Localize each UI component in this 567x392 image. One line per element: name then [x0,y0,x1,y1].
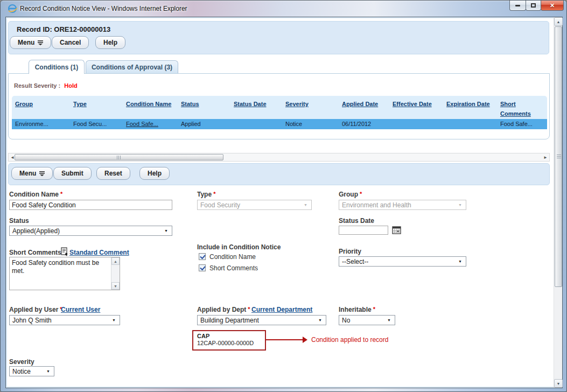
applied-by-dept-label: Applied by Dept* [197,306,250,313]
type-select: Food Security ▼ [197,200,312,210]
current-user-link[interactable]: Current User [61,306,100,313]
condition-name-checkbox[interactable] [199,253,206,260]
close-button[interactable]: ✕ [541,1,564,11]
column-header-severity[interactable]: Severity [285,101,309,107]
form-help-button[interactable]: Help [139,167,170,180]
cell-short-comments: Food Safe... [497,119,547,129]
short-comments-label: Short Comments [9,249,61,256]
condition-name-checkbox-label: Condition Name [209,253,256,261]
minimize-icon [515,5,520,6]
horizontal-scrollbar-thumb[interactable] [15,154,223,160]
window-title: Record Condition Notice View - Windows I… [20,5,187,12]
menu-caret-icon [38,40,43,45]
required-marker: * [248,306,250,312]
cap-label: CAP [197,333,265,339]
required-marker: * [213,191,215,197]
chevron-down-icon: ▼ [304,203,307,207]
column-header-status-date[interactable]: Status Date [234,101,267,107]
annotation-arrow-line [266,339,303,340]
vertical-scrollbar[interactable]: ▲ ▼ [554,17,562,388]
applied-by-dept-select[interactable]: Building Department ▼ [197,315,326,325]
scroll-down-icon[interactable]: ▼ [554,379,563,388]
severity-select[interactable]: Notice ▼ [9,366,54,376]
required-marker: * [60,191,62,197]
short-comments-textarea[interactable]: Food Safety condition must be met. ▲ ▼ [9,257,120,290]
status-date-input[interactable] [339,226,388,235]
cell-condition-name-link[interactable]: Food Safe... [126,121,158,127]
cell-group: Environme... [12,119,70,129]
scroll-up-icon[interactable]: ▲ [111,257,120,265]
title-bar[interactable]: Record Condition Notice View - Windows I… [1,1,566,17]
inheritable-select[interactable]: No ▼ [339,315,395,325]
applied-by-user-label: Applied by User* [9,306,62,313]
cell-expiration-date [443,119,497,129]
applied-by-user-select[interactable]: John Q Smith ▼ [9,315,120,325]
column-header-short-comments[interactable]: Short Comments [500,101,531,117]
annotation-arrow-icon [303,337,307,343]
cancel-button[interactable]: Cancel [52,36,89,49]
chevron-down-icon: ▼ [318,318,322,322]
cell-severity: Notice [282,119,339,129]
scroll-up-icon[interactable]: ▲ [554,17,563,26]
priority-select[interactable]: --Select-- ▼ [339,256,466,267]
minimize-button[interactable] [509,1,526,11]
table-row[interactable]: Environme... Food Secu... Food Safe... A… [12,119,547,129]
scroll-right-icon[interactable]: ► [543,155,548,160]
status-select[interactable]: Applied(Applied) ▼ [9,226,172,236]
column-header-group[interactable]: Group [15,101,33,107]
help-button[interactable]: Help [95,36,125,49]
status-label: Status [9,217,29,225]
column-header-effective-date[interactable]: Effective Date [393,101,432,107]
column-header-expiration-date[interactable]: Expiration Date [446,101,490,107]
reset-button[interactable]: Reset [96,167,130,180]
standard-comment-link[interactable]: Standard Comment [69,249,129,256]
chevron-down-icon: ▼ [387,318,391,322]
record-id-title: Record ID: ORE12-00000013 [17,25,110,33]
current-department-link[interactable]: Current Department [251,306,312,313]
cap-number: 12CAP-00000-0000D [197,340,265,346]
tab-conditions-of-approval[interactable]: Conditions of Approval (3) [86,60,178,74]
status-date-label: Status Date [339,217,374,225]
standard-comment-icon[interactable] [61,247,68,256]
horizontal-scrollbar[interactable]: ◄ ► [8,153,550,162]
chevron-down-icon: ▼ [46,369,50,373]
table-header-row: Group Type Condition Name Status Status … [12,96,547,119]
short-comments-checkbox-label: Short Comments [209,264,258,272]
menu-button[interactable]: Menu [10,36,51,49]
required-marker: * [373,306,375,312]
maximize-button[interactable] [526,1,541,11]
column-header-type[interactable]: Type [73,101,87,107]
required-marker: * [360,191,362,197]
cell-effective-date [389,119,443,129]
submit-button[interactable]: Submit [53,167,92,180]
tab-conditions[interactable]: Conditions (1) [29,60,85,74]
scroll-down-icon[interactable]: ▼ [111,282,120,290]
severity-label: Severity [9,358,34,366]
cell-status-date [230,119,282,129]
cell-status: Applied [178,119,230,129]
vertical-scrollbar-thumb[interactable] [555,26,562,287]
group-select: Environment and Health ▼ [339,200,466,210]
chevron-down-icon: ▼ [164,229,168,233]
column-header-status[interactable]: Status [181,101,199,107]
short-comments-checkbox[interactable] [199,264,206,271]
condition-name-input[interactable] [9,200,172,210]
scroll-left-icon[interactable]: ◄ [10,155,15,160]
result-severity: Result Severity : Hold [14,82,78,89]
column-header-condition-name[interactable]: Condition Name [126,101,171,107]
include-in-condition-notice-label: Include in Condition Notice [197,243,281,251]
maximize-icon [531,3,536,8]
chevron-down-icon: ▼ [112,318,116,322]
form-menu-button[interactable]: Menu [11,167,53,180]
calendar-icon[interactable] [392,226,402,235]
cap-annotation-box: CAP 12CAP-00000-0000D [192,330,266,351]
cell-applied-date: 06/11/2012 [339,119,389,129]
inheritable-label: Inheritable* [339,306,375,313]
browser-window: Record Condition Notice View - Windows I… [0,0,567,392]
column-header-applied-date[interactable]: Applied Date [342,101,378,107]
annotation-text: Condition applied to record [311,336,388,344]
priority-label: Priority [339,248,361,255]
menu-caret-icon [39,171,45,176]
result-severity-value: Hold [64,82,77,89]
textarea-scrollbar[interactable]: ▲ ▼ [111,257,120,290]
